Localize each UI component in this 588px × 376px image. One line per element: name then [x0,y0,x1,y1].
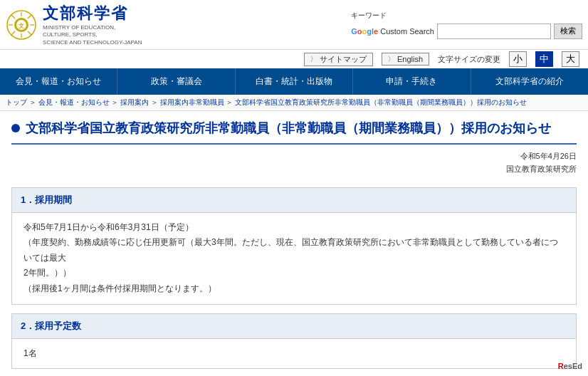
breadcrumb-separator: ＞ [110,98,121,106]
meta-info: 令和5年4月26日 国立教育政策研究所 [11,150,577,175]
utility-bar: サイトマップ English 文字サイズの変更 小 中 大 [0,50,588,68]
section-text: 令和5年7月1日から令和6年3月31日（予定） [23,220,565,236]
search-bar: Google Custom Search 検索 [351,24,582,39]
section-body: 1名 [12,339,576,369]
page-content: 文部科学省国立教育政策研究所非常勤職員（非常勤職員（期間業務職員））採用のお知ら… [0,111,588,376]
search-area: キーワード Google Custom Search 検索 [351,11,582,39]
breadcrumb-separator: ＞ [27,98,38,106]
sitemap-button[interactable]: サイトマップ [304,53,373,66]
font-small-button[interactable]: 小 [509,51,527,67]
search-input[interactable] [437,24,551,39]
logo-area: 文 文部科学省 MINISTRY OF EDUCATION, CULTURE, … [6,3,142,46]
resedu-logo: R [558,362,564,370]
breadcrumb-item[interactable]: 採用案内 [120,98,149,106]
section-text: 1名 [23,346,565,362]
breadcrumb-item[interactable]: 会見・報道・お知らせ [38,98,110,106]
chevron-icon [388,54,396,64]
svg-text:文: 文 [19,22,24,29]
font-medium-button[interactable]: 中 [535,51,553,67]
font-size-label: 文字サイズの変更 [438,54,500,65]
main-nav: 会見・報道・お知らせ政策・審議会白書・統計・出版物申請・手続き文部科学省の紹介 [0,68,588,95]
nav-item[interactable]: 政策・審議会 [117,68,235,95]
logo-text: 文部科学省 MINISTRY OF EDUCATION, CULTURE, SP… [43,3,142,46]
ministry-emblem: 文 [6,9,37,41]
publish-date: 令和5年4月26日 [11,150,577,163]
section-text: （採用後1ヶ月間は条件付採用期間となります。） [23,281,565,297]
search-button[interactable]: 検索 [554,24,582,39]
sections-container: 1．採用期間令和5年7月1日から令和6年3月31日（予定）（年度契約、勤務成績等… [11,187,577,376]
font-large-button[interactable]: 大 [562,51,579,67]
publish-org: 国立教育政策研究所 [11,163,577,176]
breadcrumb-item[interactable]: 文部科学省国立教育政策研究所非常勤職員（非常勤職員（期間業務職員））採用のお知ら… [235,98,527,106]
title-bullet [11,124,20,132]
section-text: 2年間。）） [23,266,565,281]
section-header: 1．採用期間 [12,188,576,213]
nav-item[interactable]: 白書・統計・出版物 [236,68,353,95]
keyword-label: キーワード [351,11,387,21]
nav-item[interactable]: 会見・報道・お知らせ [0,68,117,95]
watermark: ResEd [558,362,582,370]
section-text: （年度契約、勤務成績等に応じ任用更新可（最大3年間。ただし、現在、国立教育政策研… [23,235,565,266]
page-title: 文部科学省国立教育政策研究所非常勤職員（非常勤職員（期間業務職員））採用のお知ら… [26,120,551,137]
breadcrumb-separator: ＞ [224,98,236,106]
breadcrumb: トップ ＞ 会見・報道・お知らせ ＞ 採用案内 ＞ 採用案内非常勤職員 ＞ 文部… [0,95,588,111]
section: 2．採用予定数1名 [11,313,577,370]
breadcrumb-separator: ＞ [149,98,160,106]
page-title-area: 文部科学省国立教育政策研究所非常勤職員（非常勤職員（期間業務職員））採用のお知ら… [11,120,577,145]
ministry-name-jp: 文部科学省 [43,3,142,24]
nav-item[interactable]: 申請・手続き [353,68,471,95]
section-header: 2．採用予定数 [12,314,576,339]
section-body: 令和5年7月1日から令和6年3月31日（予定）（年度契約、勤務成績等に応じ任用更… [12,213,576,304]
english-button[interactable]: English [382,53,429,66]
breadcrumb-item[interactable]: 採用案内非常勤職員 [160,98,224,106]
section: 1．採用期間令和5年7月1日から令和6年3月31日（予定）（年度契約、勤務成績等… [11,187,577,305]
header: 文 文部科学省 MINISTRY OF EDUCATION, CULTURE, … [0,0,588,50]
nav-item[interactable]: 文部科学省の紹介 [471,68,588,95]
google-logo: Google Custom Search [351,27,434,36]
breadcrumb-item[interactable]: トップ [6,98,27,106]
chevron-icon [310,54,318,64]
ministry-name-en: MINISTRY OF EDUCATION, CULTURE, SPORTS, … [43,24,142,46]
